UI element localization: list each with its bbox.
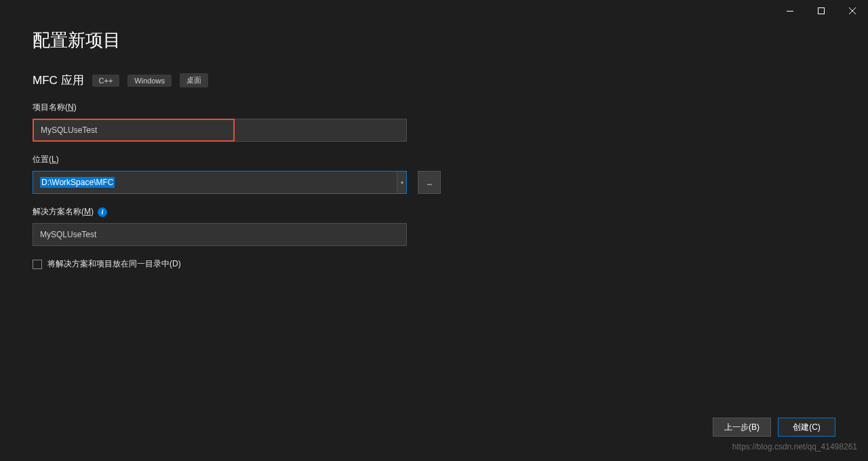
location-group: 位置(L) D:\WorkSpace\MFC ▾ ... [33, 154, 835, 194]
location-value: D:\WorkSpace\MFC [33, 178, 397, 187]
back-button[interactable]: 上一步(B) [713, 418, 771, 437]
project-name-group: 项目名称(N) [33, 102, 835, 142]
svg-rect-0 [787, 11, 793, 12]
watermark-text: https://blog.csdn.net/qq_41498261 [732, 442, 857, 452]
maximize-button[interactable] [806, 0, 837, 22]
location-input[interactable]: D:\WorkSpace\MFC ▾ [33, 171, 407, 194]
location-dropdown-button[interactable]: ▾ [397, 172, 406, 193]
window-titlebar [774, 0, 868, 22]
create-button[interactable]: 创建(C) [778, 418, 835, 437]
close-button[interactable] [837, 0, 868, 22]
main-content: 配置新项目 MFC 应用 C++ Windows 桌面 项目名称(N) 位置(L… [0, 0, 868, 270]
location-label: 位置(L) [33, 154, 835, 165]
page-title: 配置新项目 [33, 28, 835, 52]
minimize-button[interactable] [774, 0, 806, 22]
same-directory-checkbox[interactable] [33, 260, 42, 269]
close-icon [849, 7, 856, 14]
same-directory-label: 将解决方案和项目放在同一目录中(D) [47, 258, 181, 270]
maximize-icon [818, 7, 825, 14]
footer-buttons: 上一步(B) 创建(C) [713, 418, 835, 437]
tag-cpp: C++ [92, 75, 120, 87]
tag-windows: Windows [127, 75, 172, 87]
project-name-label: 项目名称(N) [33, 102, 835, 113]
solution-name-label: 解决方案名称(M) i [33, 206, 835, 218]
browse-button[interactable]: ... [418, 171, 441, 194]
tag-desktop: 桌面 [180, 73, 208, 87]
chevron-down-icon: ▾ [401, 180, 403, 186]
project-name-input[interactable] [33, 119, 235, 142]
project-type-label: MFC 应用 [33, 73, 84, 88]
subtitle-row: MFC 应用 C++ Windows 桌面 [33, 73, 835, 88]
svg-rect-1 [818, 8, 825, 14]
info-icon[interactable]: i [98, 207, 107, 217]
solution-name-input[interactable] [33, 223, 407, 246]
same-directory-option[interactable]: 将解决方案和项目放在同一目录中(D) [33, 258, 835, 270]
minimize-icon [787, 11, 793, 12]
input-extension [235, 119, 407, 142]
solution-name-group: 解决方案名称(M) i [33, 206, 835, 246]
